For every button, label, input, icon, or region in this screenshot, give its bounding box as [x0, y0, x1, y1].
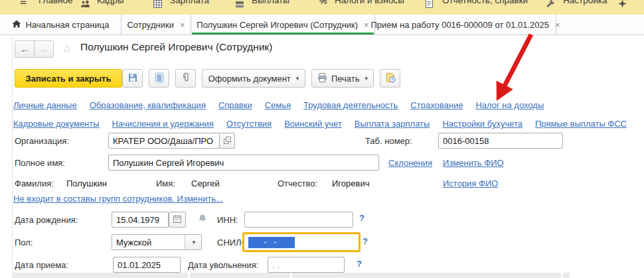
patronymic-value: Игоревич	[332, 178, 369, 188]
link-pryamye-vyplaty-fss[interactable]: Прямые выплаты ФСС	[535, 119, 627, 129]
dismissal-help-link[interactable]: ?	[357, 259, 362, 269]
tab-number-field[interactable]: 0016-00158	[438, 133, 563, 149]
report-icon	[426, 0, 433, 11]
save-button[interactable]	[122, 69, 143, 88]
back-arrow-icon: ←	[20, 44, 29, 54]
app-window: ≡ Главное Кадры Зарплата Выплаты % Налог…	[0, 0, 644, 278]
close-icon[interactable]: ×	[555, 20, 560, 30]
dismissal-date-field[interactable]: . .	[268, 257, 345, 273]
birthday-bell-icon[interactable]	[198, 214, 207, 226]
employee-groups-link[interactable]: Не входит в составы групп сотрудников. И…	[13, 194, 223, 204]
name-value: Сергей	[191, 178, 220, 188]
inn-help-link[interactable]: ?	[359, 213, 364, 223]
fio-history-link[interactable]: История ФИО	[443, 178, 498, 188]
forward-button[interactable]: →	[34, 40, 54, 58]
close-icon[interactable]: ×	[364, 20, 369, 30]
link-semya[interactable]: Семья	[265, 100, 291, 110]
link-trudovaya[interactable]: Трудовая деятельность	[303, 100, 398, 110]
dropdown-caret-icon: ▾	[296, 75, 299, 82]
gender-dropdown-button[interactable]: ▾	[185, 235, 201, 249]
link-strahovanie[interactable]: Страхование	[410, 100, 463, 110]
change-fio-link[interactable]: Изменить ФИО	[443, 158, 504, 168]
tab-label: Полушкин Сергей Игоревич (Сотрудник)	[197, 20, 358, 30]
menu-item-vyplaty[interactable]: Выплаты	[252, 0, 289, 5]
close-icon[interactable]: ×	[180, 20, 185, 30]
gender-label: Пол:	[15, 238, 33, 247]
dropdown-caret-icon: ▾	[365, 75, 368, 82]
wrench-icon	[546, 0, 555, 11]
floppy-icon	[127, 72, 138, 85]
menu-item-kadry[interactable]: Кадры	[97, 0, 123, 5]
hire-date-field[interactable]: 01.01.2025	[113, 257, 181, 273]
gender-combobox[interactable]: Мужской ▾	[112, 234, 202, 250]
tab-employee-card[interactable]: Полушкин Сергей Игоревич (Сотрудник) ×	[191, 15, 375, 35]
printer-icon	[317, 73, 327, 84]
inn-label: ИНН:	[217, 215, 238, 225]
list-icon	[155, 72, 164, 85]
page-title: Полушкин Сергей Игоревич (Сотрудник)	[80, 41, 273, 53]
document-clock-icon	[385, 72, 396, 85]
snils-field[interactable]: - -	[242, 232, 361, 252]
menu-item-zarplata[interactable]: Зарплата	[170, 0, 209, 5]
tab-number-label: Таб. номер:	[365, 136, 412, 146]
link-vyplata-zarplaty[interactable]: Выплата зарплаты	[355, 119, 430, 129]
inn-field[interactable]	[244, 212, 353, 228]
people-icon	[80, 0, 90, 11]
link-voinskiy-uchet[interactable]: Воинский учет	[284, 119, 342, 129]
birth-date-field[interactable]: 15.04.1979	[112, 212, 169, 228]
organization-label: Организация:	[15, 136, 69, 146]
link-nalog-na-dohody[interactable]: Налог на доходы	[475, 100, 544, 110]
favorite-star-icon[interactable]: ☆	[62, 42, 72, 56]
open-organization-button[interactable]	[219, 133, 235, 149]
chevron-down-icon: ▾	[193, 239, 196, 245]
link-obrazovanie[interactable]: Образование, квалификация	[90, 100, 206, 110]
create-document-button[interactable]: Оформить документ ▾	[202, 69, 305, 88]
create-document-label: Оформить документ	[208, 74, 291, 84]
link-spravki[interactable]: Справки	[218, 100, 252, 110]
menu-item-glavnoe[interactable]: Главное	[39, 0, 73, 5]
gender-value: Мужской	[116, 238, 151, 247]
print-label: Печать	[331, 74, 360, 84]
surname-label: Фамилия:	[15, 178, 54, 188]
active-tab-indicator	[192, 33, 374, 35]
organization-value: КРАТЕР ООО/Даша/ПРО	[113, 136, 213, 146]
paperclip-icon	[181, 72, 191, 85]
link-kadrovye-dokumenty[interactable]: Кадровые документы	[13, 119, 100, 129]
full-name-field[interactable]: Полушкин Сергей Игоревич	[108, 155, 379, 171]
pin-icon[interactable]	[618, 0, 627, 11]
tab-home[interactable]: Начальная страница	[0, 15, 121, 35]
tab-label: Начальная страница	[26, 20, 110, 30]
surname-value: Полушкин	[66, 178, 107, 188]
tab-label: Сотрудники	[127, 20, 173, 30]
menu-item-nastroika[interactable]: Настройка	[563, 0, 607, 5]
grid-column-divider	[188, 273, 190, 278]
menu-item-otchetnost[interactable]: Отчетность, справки	[442, 0, 528, 5]
section-menubar: ≡ Главное Кадры Зарплата Выплаты % Налог…	[0, 0, 644, 15]
organization-field[interactable]: КРАТЕР ООО/Даша/ПРО	[108, 133, 220, 149]
document-history-button[interactable]	[380, 69, 400, 88]
tab-number-value: 0016-00158	[443, 136, 489, 146]
back-button[interactable]: ←	[15, 40, 35, 58]
table-icon	[153, 0, 162, 11]
read-button[interactable]	[149, 69, 169, 88]
full-name-label: Полное имя:	[15, 158, 65, 168]
link-nachisleniya[interactable]: Начисления и удержания	[112, 119, 214, 129]
menu-item-nalogi[interactable]: Налоги и взносы	[335, 0, 404, 5]
payments-icon	[235, 0, 244, 11]
link-otsutstviya[interactable]: Отсутствия	[226, 119, 272, 129]
tab-employees[interactable]: Сотрудники ×	[121, 15, 191, 35]
attachments-button[interactable]	[175, 69, 196, 88]
dismissal-date-label: Дата увольнения:	[188, 260, 258, 270]
hire-date-value: 01.01.2025	[118, 260, 161, 270]
declension-link[interactable]: Склонения	[388, 158, 432, 168]
grid-header-strip	[12, 273, 570, 278]
snils-help-link[interactable]: ?	[362, 236, 368, 246]
hamburger-icon[interactable]: ≡	[20, 0, 27, 9]
save-and-close-button[interactable]: Записать и закрыть	[15, 69, 122, 88]
link-lichnye-dannye[interactable]: Личные данные	[13, 100, 77, 110]
link-nastroyki-buhucheta[interactable]: Настройки бухучета	[442, 119, 523, 129]
print-button[interactable]: Печать ▾	[311, 69, 374, 88]
birth-date-calendar-button[interactable]	[169, 212, 186, 228]
tab-hiring-document[interactable]: Прием на работу 0016-000009 от 01.01.202…	[375, 15, 556, 35]
hire-date-label: Дата приема:	[15, 260, 68, 270]
